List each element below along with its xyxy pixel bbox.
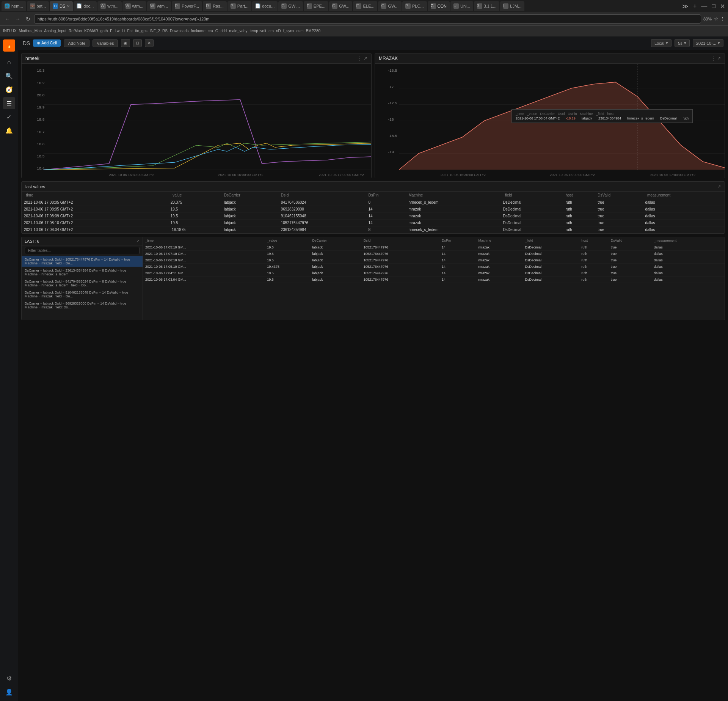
l6-col-dspin: DsPin — [439, 237, 476, 244]
bookmark-cra1[interactable]: cra — [208, 29, 213, 33]
svg-text:-17: -17 — [388, 85, 394, 89]
bookmark-rs[interactable]: RS — [162, 29, 168, 33]
table-row: 2021-10-06 17:05:10 GM... 19.5 labjack 1… — [143, 244, 725, 251]
tab-plc[interactable]: PPLC... — [402, 1, 427, 11]
toggle-btn-3[interactable]: ✕ — [145, 39, 154, 47]
bookmark-komar[interactable]: KOMAR — [84, 29, 98, 33]
tab-wtm2[interactable]: Wwtm... — [122, 1, 146, 11]
svg-text:19.8: 19.8 — [37, 118, 45, 122]
bookmark-fookume[interactable]: fookume — [191, 29, 205, 33]
reload-button[interactable]: ↻ — [24, 15, 32, 23]
bookmark-refman[interactable]: RefMan — [69, 29, 82, 33]
tab-ds[interactable]: DDS✕ — [50, 1, 73, 11]
tab-doc[interactable]: 📄doc... — [74, 1, 97, 11]
list-item[interactable]: DsCarrier = labjack Dsld = 841704586024 … — [22, 278, 143, 289]
main-content: DS ⊕ Add Cell Add Note Variables ◉ ⊟ ✕ L… — [18, 36, 728, 701]
panel-mrazak-title: MRAZAK — [379, 56, 398, 61]
panel-mrazak-link[interactable]: ↗ — [717, 56, 721, 61]
tab-ele[interactable]: EELE... — [353, 1, 377, 11]
sidebar-explore[interactable]: 🧭 — [3, 83, 15, 96]
tab-ljm[interactable]: LLJM... — [500, 1, 524, 11]
tab-ras[interactable]: RRas... — [203, 1, 227, 11]
tab-bat[interactable]: 🦇bat... — [27, 1, 49, 11]
bookmark-icon[interactable]: ☆ — [714, 16, 719, 22]
forward-button[interactable]: → — [14, 15, 22, 23]
bookmark-ttngps[interactable]: ttn_gps — [135, 29, 147, 33]
bookmark-analoginput[interactable]: Analog_Input — [44, 29, 66, 33]
local-picker[interactable]: Local▾ — [651, 39, 672, 47]
tab-gwi1[interactable]: GGWi... — [278, 1, 303, 11]
table-row: 2021-10-06 17:08:04 GMT+2 -18.1875 labja… — [22, 226, 725, 233]
toggle-btn-2[interactable]: ⊟ — [133, 39, 142, 47]
bookmark-ddd[interactable]: ddd — [220, 29, 227, 33]
bookmark-lw[interactable]: Lw — [115, 29, 119, 33]
grafana-logo[interactable]: 🔥 — [3, 39, 15, 52]
bookmark-fsynx[interactable]: f_synx — [283, 29, 294, 33]
sidebar-boards[interactable]: ☰ — [3, 97, 15, 109]
tab-con[interactable]: CCON — [428, 1, 450, 11]
last-values-expand[interactable]: ↗ — [717, 184, 721, 189]
bookmark-influx[interactable]: INFLUX — [3, 29, 17, 33]
tab-gw2[interactable]: GGW... — [329, 1, 353, 11]
last6-table-container: _time _value DsCarrier DsId DsPin Machin… — [143, 237, 725, 320]
time-range-picker[interactable]: 2021-10-...▾ — [693, 39, 723, 47]
bookmark-fat[interactable]: Fat — [127, 29, 133, 33]
last6-expand[interactable]: ↗ — [136, 239, 140, 244]
tab-wtm3[interactable]: Wwtm... — [147, 1, 171, 11]
panel-hrneek-menu[interactable]: ⋮ — [358, 56, 362, 61]
panel-hrneek-link[interactable]: ↗ — [364, 56, 367, 61]
panel-mrazak-menu[interactable]: ⋮ — [711, 56, 715, 61]
tab-gw3[interactable]: GGW... — [378, 1, 402, 11]
table-row: 2021-10-06 17:03:04 GM... 19.5 labjack 1… — [143, 277, 725, 283]
bookmark-modbusmap[interactable]: Modbus_Map — [19, 29, 42, 33]
tab-uni[interactable]: UUni... — [450, 1, 473, 11]
minimize-icon[interactable]: — — [700, 2, 709, 10]
restore-icon[interactable]: □ — [710, 2, 717, 10]
tab-power[interactable]: PPowerF... — [172, 1, 202, 11]
more-tabs-icon[interactable]: ≫ — [681, 2, 690, 11]
last6-list: DsCarrier = labjack Dsld = 1052176447976… — [22, 256, 143, 320]
bookmark-bmp280[interactable]: BMP280 — [306, 29, 320, 33]
url-input[interactable] — [34, 14, 701, 24]
close-window-icon[interactable]: ✕ — [719, 2, 726, 11]
add-note-button[interactable]: Add Note — [64, 39, 89, 47]
variables-button[interactable]: Variables — [93, 39, 118, 47]
sidebar-settings[interactable]: ⚙ — [3, 672, 15, 684]
bookmark-lt[interactable]: Lt — [122, 29, 125, 33]
list-item[interactable]: DsCarrier = labjack Dsld = 910462155048 … — [22, 289, 143, 300]
sidebar-search[interactable]: 🔍 — [3, 70, 15, 82]
new-tab-icon[interactable]: + — [692, 2, 698, 10]
settings-icon[interactable]: ⋮ — [720, 16, 725, 22]
last6-search[interactable] — [25, 247, 140, 254]
tab-wtm1[interactable]: Wwtm... — [97, 1, 121, 11]
sidebar-alerts[interactable]: 🔔 — [3, 124, 15, 137]
list-item[interactable]: DsCarrier = labjack Dsld = 236134354984 … — [22, 267, 143, 278]
tab-docu2[interactable]: 📄docu... — [252, 1, 278, 11]
bookmark-goth[interactable]: goth — [100, 29, 108, 33]
bookmark-downloads[interactable]: Downloads — [170, 29, 188, 33]
back-button[interactable]: ← — [3, 15, 11, 23]
sidebar-home[interactable]: ⌂ — [3, 56, 15, 68]
svg-text:10.6: 10.6 — [37, 142, 45, 146]
add-cell-button[interactable]: ⊕ Add Cell — [33, 39, 61, 47]
refresh-picker[interactable]: 5s▾ — [675, 39, 690, 47]
bookmark-nd[interactable]: nD — [276, 29, 281, 33]
list-item[interactable]: DsCarrier = labjack Dsld = 96928329000 D… — [22, 300, 143, 311]
bookmark-tempvolt[interactable]: temp+volt — [250, 29, 267, 33]
l6-col-dsid: DsId — [361, 237, 439, 244]
bookmark-osm[interactable]: osm — [297, 29, 304, 33]
tab-311[interactable]: 33.1.1... — [474, 1, 500, 11]
sidebar-user[interactable]: 👤 — [3, 686, 15, 698]
bookmark-g[interactable]: G — [215, 29, 218, 33]
bookmark-malevahy[interactable]: male_vahy — [229, 29, 247, 33]
tab-part[interactable]: PPart... — [228, 1, 251, 11]
sidebar-tasks[interactable]: ✓ — [3, 111, 15, 123]
bookmark-f[interactable]: F — [110, 29, 112, 33]
list-item[interactable]: DsCarrier = labjack Dsld = 1052176447976… — [22, 256, 143, 267]
bookmark-inf2[interactable]: INF_2 — [150, 29, 160, 33]
nav-bar: ← → ↻ 80% ☆ ⋮ — [0, 12, 728, 26]
tab-epe[interactable]: EEPE... — [304, 1, 328, 11]
bookmark-cra2[interactable]: cra — [268, 29, 274, 33]
toggle-btn-1[interactable]: ◉ — [121, 39, 130, 47]
tab-hem[interactable]: 🌐hem... — [2, 1, 26, 11]
